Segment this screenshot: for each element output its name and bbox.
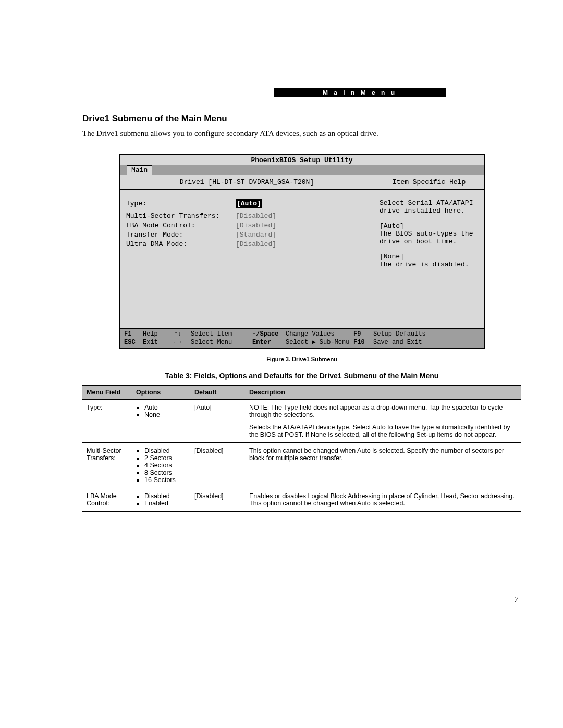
cell-description: Enables or disables Logical Block Addres… <box>245 488 521 512</box>
option-item: Disabled <box>144 492 186 500</box>
option-item: 16 Sectors <box>144 476 186 484</box>
table-row: Multi-Sector Transfers:Disabled2 Sectors… <box>82 443 521 488</box>
bios-key: ESC <box>120 338 143 347</box>
bios-help-line: The drive is disabled. <box>380 261 479 268</box>
table-caption: Table 3: Fields, Options and Defaults fo… <box>82 372 521 380</box>
bios-row-tm: Transfer Mode: [Standard] <box>126 230 370 240</box>
option-item: 2 Sectors <box>144 454 186 462</box>
bios-label: Ultra DMA Mode: <box>126 240 236 249</box>
bios-key: F10 <box>353 338 373 347</box>
bios-label: LBA Mode Control: <box>126 221 236 230</box>
figure-caption: Figure 3. Drive1 Submenu <box>82 356 521 362</box>
bios-help-line: drive on boot time. <box>380 238 479 245</box>
bios-title: PhoenixBIOS Setup Utility <box>120 155 484 165</box>
option-item: 8 Sectors <box>144 469 186 476</box>
bios-help-line: [Auto] <box>380 222 479 230</box>
bios-help-line: [None] <box>380 253 479 261</box>
th-description: Description <box>245 386 521 400</box>
cell-default: [Disabled] <box>190 488 245 512</box>
bios-label: Multi-Sector Transfers: <box>126 212 236 221</box>
th-default: Default <box>190 386 245 400</box>
bios-key-label: Setup Defaults <box>373 330 484 338</box>
cell-options: AutoNone <box>132 400 190 443</box>
bios-help-line: The BIOS auto-types the <box>380 230 479 238</box>
bios-key: Enter <box>248 338 286 347</box>
th-menu-field: Menu Field <box>82 386 132 400</box>
bios-value: [Disabled] <box>236 240 276 249</box>
bios-row-lba: LBA Mode Control: [Disabled] <box>126 221 370 230</box>
bios-key-label: Help <box>143 330 174 338</box>
updown-arrow-icon: ↑↓ <box>174 330 191 338</box>
bios-help-header: Item Specific Help <box>374 175 484 190</box>
bios-key: F9 <box>353 330 373 338</box>
bios-row-mst: Multi-Sector Transfers: [Disabled] <box>126 212 370 221</box>
section-heading: Drive1 Submenu of the Main Menu <box>82 114 521 124</box>
cell-options: DisabledEnabled <box>132 488 190 512</box>
bios-tabrow: Main <box>120 165 484 175</box>
bios-key-label: Select Menu <box>191 338 248 347</box>
bios-row-type: Type: [Auto] <box>126 199 370 208</box>
bios-key-label: Change Values <box>286 330 353 338</box>
bios-value: [Standard] <box>236 230 276 240</box>
leftright-arrow-icon: ←→ <box>174 338 191 347</box>
cell-options: Disabled2 Sectors4 Sectors8 Sectors16 Se… <box>132 443 190 488</box>
header-section-pill: M a i n M e n u <box>274 88 446 97</box>
cell-description: NOTE: The Type field does not appear as … <box>245 400 521 443</box>
bios-value: [Disabled] <box>236 212 276 221</box>
bios-label: Type: <box>126 199 236 208</box>
table-row: Type:AutoNone[Auto]NOTE: The Type field … <box>82 400 521 443</box>
bios-help-line: drive installed here. <box>380 207 479 215</box>
bios-screenshot: PhoenixBIOS Setup Utility Main Drive1 [H… <box>119 154 485 349</box>
bios-value: [Disabled] <box>236 221 276 230</box>
option-item: None <box>144 411 186 418</box>
bios-key: F1 <box>120 330 143 338</box>
bios-value-selected: [Auto] <box>236 199 262 208</box>
bios-row-udma: Ultra DMA Mode: [Disabled] <box>126 240 370 249</box>
bios-key-label: Exit <box>143 338 174 347</box>
cell-field: Multi-Sector Transfers: <box>82 443 132 488</box>
bios-key-label: Select ▶ Sub-Menu <box>286 338 353 347</box>
fields-table: Menu Field Options Default Description T… <box>82 385 521 512</box>
cell-default: [Auto] <box>190 400 245 443</box>
th-options: Options <box>132 386 190 400</box>
intro-paragraph: The Drive1 submenu allows you to configu… <box>82 128 521 139</box>
cell-field: Type: <box>82 400 132 443</box>
bios-tab-main: Main <box>127 165 152 175</box>
option-item: Auto <box>144 404 186 411</box>
bios-help-line: Select Serial ATA/ATAPI <box>380 199 479 207</box>
option-item: Enabled <box>144 500 186 507</box>
cell-default: [Disabled] <box>190 443 245 488</box>
cell-description: This option cannot be changed when Auto … <box>245 443 521 488</box>
table-row: LBA Mode Control:DisabledEnabled[Disable… <box>82 488 521 512</box>
page-number: 7 <box>515 596 518 604</box>
bios-help-body: Select Serial ATA/ATAPI drive installed … <box>374 190 484 328</box>
option-item: Disabled <box>144 447 186 454</box>
bios-key-label: Save and Exit <box>373 338 484 347</box>
cell-field: LBA Mode Control: <box>82 488 132 512</box>
bios-key-label: Select Item <box>191 330 248 338</box>
option-item: 4 Sectors <box>144 462 186 469</box>
bios-drive-header: Drive1 [HL-DT-ST DVDRAM_GSA-T20N] <box>120 175 374 190</box>
bios-label: Transfer Mode: <box>126 230 236 240</box>
bios-footer: F1 Help ↑↓ Select Item -/Space Change Va… <box>120 328 484 348</box>
bios-key: -/Space <box>248 330 286 338</box>
